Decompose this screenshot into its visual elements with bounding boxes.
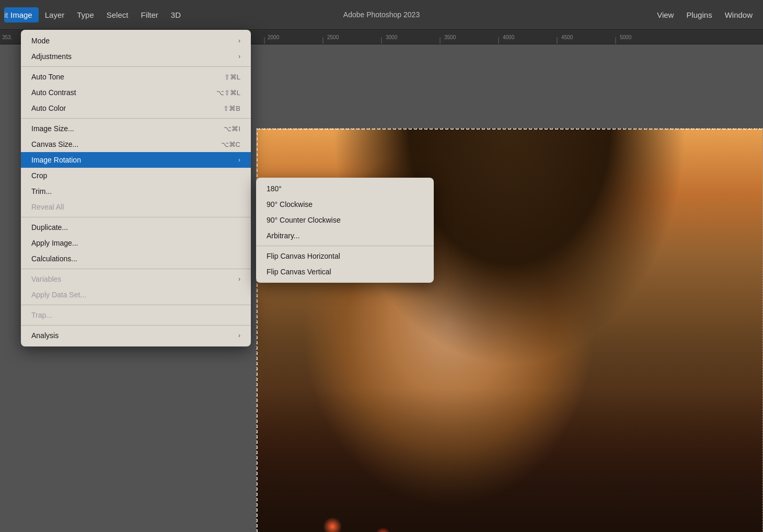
submenu-item-arbitrary[interactable]: Arbitrary... [256,228,434,244]
submenu-item-flip-v[interactable]: Flip Canvas Vertical [256,264,434,280]
image-menu: Mode › Adjustments › Auto Tone ⇧⌘L Auto … [21,30,251,346]
submenu-item-90ccw[interactable]: 90° Counter Clockwise [256,212,434,228]
menu-sep-1 [21,66,251,67]
photo-bg-lights [257,388,762,532]
shortcut-canvas-size: ⌥⌘C [221,141,240,148]
menu-sep-4 [21,269,251,269]
menu-item-variables: Variables › [21,271,251,287]
submenu-item-180[interactable]: 180° [256,181,434,196]
menubar: it Image Layer Type Select Filter 3D Ado… [0,0,763,30]
menu-sep-3 [21,217,251,217]
menu-sep-2 [21,118,251,119]
submenu-sep-1 [256,246,434,246]
menu-sep-6 [21,325,251,326]
menu-item-auto-color[interactable]: Auto Color ⇧⌘B [21,100,251,116]
menubar-plugins[interactable]: Plugins [680,7,718,22]
menu-item-crop[interactable]: Crop [21,168,251,183]
menu-item-image-size[interactable]: Image Size... ⌥⌘I [21,121,251,136]
menu-item-mode[interactable]: Mode › [21,33,251,49]
menubar-type[interactable]: Type [71,7,100,22]
menu-sep-5 [21,305,251,305]
rotation-submenu: 180° 90° Clockwise 90° Counter Clockwise… [256,178,434,283]
menu-item-reveal-all: Reveal All [21,199,251,215]
menu-item-canvas-size[interactable]: Canvas Size... ⌥⌘C [21,136,251,152]
shortcut-image-size: ⌥⌘I [224,125,240,133]
menu-arrow-rotation: › [238,156,240,164]
partial-edit-label: it [0,0,13,30]
menubar-view[interactable]: View [651,7,680,22]
menubar-filter[interactable]: Filter [134,7,164,22]
shortcut-auto-color: ⇧⌘B [223,105,240,112]
menu-arrow-analysis: › [238,332,240,339]
menu-item-apply-image[interactable]: Apply Image... [21,235,251,251]
menu-item-adjustments[interactable]: Adjustments › [21,49,251,64]
menu-item-calculations[interactable]: Calculations... [21,251,251,267]
menubar-layer[interactable]: Layer [39,7,71,22]
app-title: Adobe Photoshop 2023 [343,10,420,19]
menu-arrow-mode: › [238,37,240,44]
menu-arrow-variables: › [238,275,240,283]
shortcut-auto-contrast: ⌥⇧⌘L [216,89,240,97]
menu-item-auto-tone[interactable]: Auto Tone ⇧⌘L [21,69,251,85]
menu-item-image-rotation[interactable]: Image Rotation › [21,152,251,168]
menu-item-trim[interactable]: Trim... [21,183,251,199]
menu-arrow-adjustments: › [238,53,240,60]
menubar-select[interactable]: Select [100,7,135,22]
menu-item-duplicate[interactable]: Duplicate... [21,219,251,235]
shortcut-auto-tone: ⇧⌘L [224,73,240,81]
submenu-item-90cw[interactable]: 90° Clockwise [256,196,434,212]
menubar-window[interactable]: Window [719,7,759,22]
menu-item-apply-data-set: Apply Data Set... [21,287,251,303]
menu-item-auto-contrast[interactable]: Auto Contrast ⌥⇧⌘L [21,85,251,100]
submenu-item-flip-h[interactable]: Flip Canvas Horizontal [256,248,434,264]
menubar-3d[interactable]: 3D [165,7,187,22]
menu-item-trap: Trap... [21,307,251,323]
menu-item-analysis[interactable]: Analysis › [21,328,251,343]
